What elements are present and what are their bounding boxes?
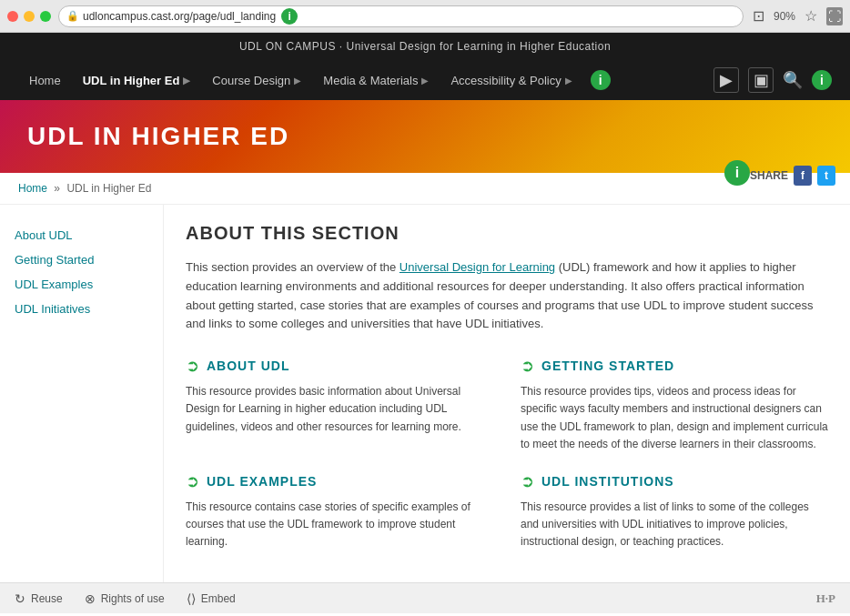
info-icon: i bbox=[591, 70, 611, 90]
reuse-button[interactable]: ↻ Reuse bbox=[15, 591, 63, 606]
reuse-icon: ↻ bbox=[15, 591, 25, 606]
section-intro: This section provides an overview of the… bbox=[186, 258, 828, 334]
close-window-button[interactable] bbox=[7, 11, 18, 22]
card-about-udl: ➲ ABOUT UDL This resource provides basic… bbox=[186, 356, 493, 453]
maximize-window-button[interactable] bbox=[40, 11, 51, 22]
embed-button[interactable]: ⟨⟩ Embed bbox=[187, 591, 236, 606]
card-text: This resource provides tips, videos and … bbox=[521, 383, 828, 453]
footer-bar: ↻ Reuse ⊗ Rights of use ⟨⟩ Embed H·P bbox=[0, 582, 850, 613]
bookmark-button[interactable]: ⊡ bbox=[751, 5, 766, 26]
embed-icon: ⟨⟩ bbox=[187, 591, 196, 606]
rights-of-use-button[interactable]: ⊗ Rights of use bbox=[85, 591, 165, 606]
minimize-window-button[interactable] bbox=[24, 11, 35, 22]
card-title: ABOUT UDL bbox=[207, 358, 289, 373]
hero-banner: UDL IN HIGHER ED i SHARE f t bbox=[0, 100, 850, 173]
sidebar-item-getting-started[interactable]: Getting Started bbox=[15, 247, 148, 272]
card-header: ➲ UDL EXAMPLES bbox=[186, 471, 493, 491]
circle-arrow-icon: ➲ bbox=[521, 471, 534, 491]
chevron-icon: ▶ bbox=[183, 76, 190, 86]
card-header: ➲ GETTING STARTED bbox=[521, 356, 828, 376]
card-title: GETTING STARTED bbox=[541, 358, 674, 373]
circle-arrow-icon: ➲ bbox=[521, 356, 534, 376]
top-bar: UDL ON CAMPUS · Universal Design for Lea… bbox=[0, 33, 850, 60]
browser-chrome: 🔒 udloncampus.cast.org/page/udl_landing … bbox=[0, 0, 850, 33]
nav-bar: Home UDL in Higher Ed ▶ Course Design ▶ … bbox=[0, 60, 850, 100]
share-facebook-button[interactable]: f bbox=[794, 166, 812, 186]
breadcrumb: Home » UDL in Higher Ed bbox=[0, 173, 850, 205]
udl-link[interactable]: Universal Design for Learning bbox=[400, 260, 555, 274]
fullscreen-button[interactable]: ⛶ bbox=[826, 7, 843, 25]
card-text: This resource contains case stories of s… bbox=[186, 499, 493, 551]
address-info-badge[interactable]: i bbox=[281, 8, 298, 25]
card-text: This resource provides basic information… bbox=[186, 383, 493, 436]
card-udl-institutions: ➲ UDL INSTITUTIONS This resource provide… bbox=[521, 471, 828, 551]
share-label: SHARE bbox=[750, 169, 788, 182]
star-button[interactable]: ☆ bbox=[803, 5, 819, 26]
sidebar: About UDL Getting Started UDL Examples U… bbox=[0, 205, 164, 582]
settings-button[interactable]: ▣ bbox=[748, 67, 774, 93]
sidebar-item-udl-initiatives[interactable]: UDL Initiatives bbox=[15, 297, 148, 321]
hero-title: UDL IN HIGHER ED bbox=[27, 122, 289, 151]
card-header: ➲ ABOUT UDL bbox=[186, 356, 493, 376]
circle-arrow-icon: ➲ bbox=[186, 471, 199, 491]
nav-info-badge[interactable]: i bbox=[591, 70, 611, 90]
nav-media-materials[interactable]: Media & Materials ▶ bbox=[312, 60, 440, 100]
breadcrumb-home-link[interactable]: Home bbox=[18, 182, 47, 195]
section-title: ABOUT THIS SECTION bbox=[186, 223, 828, 244]
circle-arrow-icon: ➲ bbox=[186, 356, 199, 376]
browser-window-controls bbox=[7, 11, 51, 22]
card-title: UDL EXAMPLES bbox=[207, 474, 317, 489]
sidebar-item-about-udl[interactable]: About UDL bbox=[15, 223, 148, 247]
card-udl-examples: ➲ UDL EXAMPLES This resource contains ca… bbox=[186, 471, 493, 551]
zoom-level: 90% bbox=[774, 10, 795, 23]
nav-links: Home UDL in Higher Ed ▶ Course Design ▶ … bbox=[18, 60, 713, 100]
info-icon: i bbox=[812, 70, 832, 90]
chevron-icon: ▶ bbox=[565, 76, 572, 86]
nav-course-design[interactable]: Course Design ▶ bbox=[201, 60, 312, 100]
nav-right-controls: ▶ ▣ 🔍 i bbox=[713, 67, 832, 93]
card-title: UDL INSTITUTIONS bbox=[541, 474, 674, 489]
brand-logo: H·P bbox=[816, 591, 835, 606]
url-text: udloncampus.cast.org/page/udl_landing bbox=[83, 10, 276, 23]
card-grid: ➲ ABOUT UDL This resource provides basic… bbox=[186, 356, 828, 550]
card-header: ➲ UDL INSTITUTIONS bbox=[521, 471, 828, 491]
content-area: ABOUT THIS SECTION This section provides… bbox=[164, 205, 850, 582]
breadcrumb-separator: » bbox=[54, 182, 60, 195]
search-button[interactable]: 🔍 bbox=[783, 70, 803, 90]
nav-home[interactable]: Home bbox=[18, 60, 72, 100]
info-icon: i bbox=[281, 8, 298, 25]
reuse-label: Reuse bbox=[31, 592, 63, 605]
browser-right-controls: ⊡ 90% ☆ ⛶ bbox=[751, 5, 843, 26]
hero-info-badge[interactable]: i bbox=[724, 160, 750, 186]
breadcrumb-current: UDL in Higher Ed bbox=[66, 182, 151, 195]
card-getting-started: ➲ GETTING STARTED This resource provides… bbox=[521, 356, 828, 453]
lock-icon: 🔒 bbox=[66, 10, 79, 22]
sidebar-item-udl-examples[interactable]: UDL Examples bbox=[15, 272, 148, 297]
share-area: SHARE f t bbox=[750, 166, 835, 186]
chevron-icon: ▶ bbox=[294, 76, 301, 86]
nav-accessibility-policy[interactable]: Accessibility & Policy ▶ bbox=[440, 60, 582, 100]
rights-label: Rights of use bbox=[101, 592, 165, 605]
site-tagline: UDL ON CAMPUS · Universal Design for Lea… bbox=[239, 40, 611, 53]
share-twitter-button[interactable]: t bbox=[817, 166, 835, 186]
main-layout: About UDL Getting Started UDL Examples U… bbox=[0, 205, 850, 582]
chevron-icon: ▶ bbox=[421, 76, 429, 86]
nav-info-badge-right[interactable]: i bbox=[812, 70, 832, 90]
rights-icon: ⊗ bbox=[85, 591, 96, 606]
address-bar[interactable]: 🔒 udloncampus.cast.org/page/udl_landing … bbox=[58, 5, 744, 27]
embed-label: Embed bbox=[201, 592, 236, 605]
card-text: This resource provides a list of links t… bbox=[521, 499, 828, 551]
nav-udl-higher-ed[interactable]: UDL in Higher Ed ▶ bbox=[72, 60, 202, 100]
play-button[interactable]: ▶ bbox=[713, 67, 739, 93]
